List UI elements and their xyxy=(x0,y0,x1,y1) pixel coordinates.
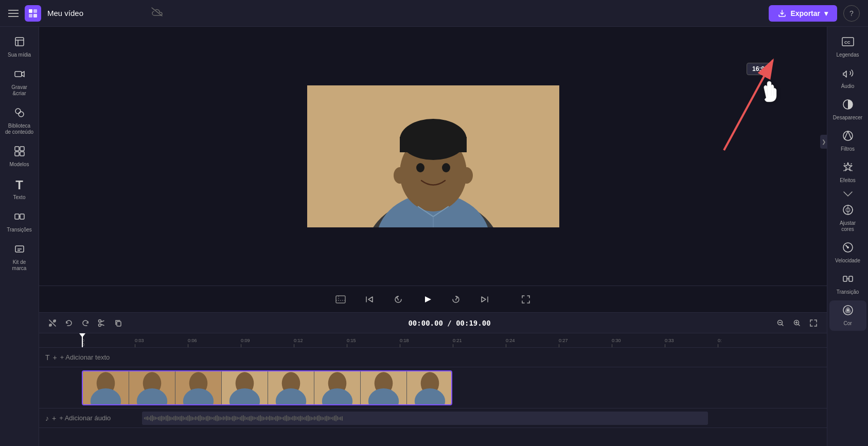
ruler-mark: 0:06 xyxy=(188,338,197,347)
waveform-bar xyxy=(314,416,315,420)
right-sidebar-item-speed[interactable]: Velocidade xyxy=(829,238,866,268)
video-clip[interactable] xyxy=(82,370,452,405)
rewind-button[interactable]: 5 xyxy=(390,291,406,308)
expand-toggle[interactable] xyxy=(827,189,868,199)
add-text-label: + Adicionar texto xyxy=(60,353,110,361)
left-sidebar: Sua mídia Gravar&criar Bibliotecade cont… xyxy=(0,27,39,446)
help-button[interactable]: ? xyxy=(843,5,860,22)
waveform-bar xyxy=(252,416,253,420)
waveform-bar xyxy=(184,417,185,420)
add-text-button[interactable]: T + + Adicionar texto xyxy=(39,353,116,362)
right-sidebar-item-filters[interactable]: Filtros xyxy=(829,126,866,156)
timeline-area: 00:00.00 / 00:19.00 xyxy=(39,312,827,446)
sidebar-item-record[interactable]: Gravar&criar xyxy=(2,64,37,101)
cut-button[interactable] xyxy=(95,316,109,330)
waveform-bar xyxy=(291,417,292,420)
sidebar-item-brand[interactable]: Kit de marca xyxy=(2,239,37,276)
waveform-bar xyxy=(227,416,228,420)
waveform-bar xyxy=(283,417,284,420)
color-label: Cor xyxy=(843,320,852,327)
right-sidebar-item-captions[interactable]: CC Legendas xyxy=(829,33,866,62)
right-sidebar-item-audio[interactable]: Áudio xyxy=(829,63,866,94)
transition-label: Transição xyxy=(837,289,859,295)
waveform-bar xyxy=(156,417,157,419)
waveform-bar xyxy=(235,416,236,420)
skip-forward-button[interactable] xyxy=(476,291,493,308)
right-sidebar-item-transition[interactable]: Transição xyxy=(829,269,866,299)
smart-cut-button[interactable] xyxy=(45,316,60,330)
media-icon xyxy=(14,36,25,50)
waveform-bar xyxy=(302,416,303,420)
ruler-mark: 0:33 xyxy=(665,338,674,347)
copy-button[interactable] xyxy=(111,316,126,330)
playback-controls: 5 5 xyxy=(39,286,827,312)
waveform-bar xyxy=(155,417,156,420)
clip-thumbnail-7 xyxy=(361,371,407,404)
waveform-bar xyxy=(237,417,238,420)
right-sidebar-item-effects[interactable]: Efeitos xyxy=(829,157,866,188)
hamburger-menu-button[interactable] xyxy=(8,10,19,17)
waveform-bar xyxy=(258,416,259,421)
waveform-bar xyxy=(342,416,343,421)
undo-button[interactable] xyxy=(62,316,76,330)
text-label: Texto xyxy=(13,194,26,201)
playhead[interactable] xyxy=(82,333,83,347)
waveform-bar xyxy=(286,415,287,421)
waveform-bar xyxy=(243,415,244,421)
right-sidebar-item-adjust[interactable]: Ajustarcores xyxy=(829,200,866,237)
fullscreen-button[interactable] xyxy=(518,291,534,308)
waveform-bar xyxy=(297,417,298,420)
content-area: 16:9 xyxy=(39,27,827,446)
aspect-ratio-badge[interactable]: 16:9 xyxy=(747,63,770,75)
captions-label: Legendas xyxy=(837,52,859,58)
waveform-bar xyxy=(224,417,225,420)
waveform-bar xyxy=(144,417,145,419)
waveform-bar xyxy=(160,416,161,421)
waveform-bar xyxy=(312,417,313,420)
svg-rect-13 xyxy=(15,214,19,219)
zoom-out-button[interactable] xyxy=(773,316,788,330)
skip-back-button[interactable] xyxy=(361,291,378,308)
ruler-mark: 0:24 xyxy=(506,338,515,347)
right-sidebar-collapse[interactable]: ❯ xyxy=(820,135,827,149)
sidebar-item-media[interactable]: Sua mídia xyxy=(2,32,37,62)
sidebar-item-library[interactable]: Bibliotecade conteúdo xyxy=(2,103,37,139)
right-sidebar-item-color[interactable]: Cor xyxy=(829,300,866,331)
waveform-bar xyxy=(332,417,333,420)
audio-track-icon: ♪ xyxy=(45,414,49,422)
text-track-row: T + + Adicionar texto xyxy=(39,348,827,367)
waveform-bar xyxy=(152,415,153,421)
sidebar-item-transitions[interactable]: Transições xyxy=(2,207,37,237)
video-canvas[interactable] xyxy=(307,85,559,227)
fast-forward-button[interactable]: 5 xyxy=(448,291,464,308)
waveform-bar xyxy=(193,417,194,420)
waveform-bar xyxy=(215,416,216,421)
waveform-bar xyxy=(234,416,235,421)
svg-rect-27 xyxy=(400,137,467,152)
add-audio-button[interactable]: ♪ + + Adicionar áudio xyxy=(39,414,117,422)
right-sidebar-item-fade[interactable]: Desaparecer xyxy=(829,95,866,125)
fit-to-screen-button[interactable] xyxy=(806,316,821,330)
waveform-bar xyxy=(337,416,338,420)
waveform-bar xyxy=(289,417,290,420)
waveform-bar xyxy=(268,417,269,420)
clip-thumbnail-1 xyxy=(83,371,129,404)
brand-icon xyxy=(14,243,25,257)
export-button[interactable]: Exportar ▾ xyxy=(769,5,837,22)
sidebar-item-text[interactable]: T Texto xyxy=(2,174,37,205)
project-name-input[interactable]: Meu vídeo xyxy=(47,9,145,17)
play-button[interactable] xyxy=(419,291,435,308)
svg-rect-14 xyxy=(20,214,24,219)
waveform-bar xyxy=(317,416,318,421)
closed-caption-button[interactable] xyxy=(332,291,349,308)
waveform-bar xyxy=(295,416,296,420)
waveform-bar xyxy=(192,417,193,420)
sidebar-item-models[interactable]: Modelos xyxy=(2,141,37,172)
waveform-bar xyxy=(238,417,239,419)
redo-button[interactable] xyxy=(78,316,93,330)
waveform-bar xyxy=(322,417,323,420)
waveform-bar xyxy=(176,416,178,420)
waveform-bar xyxy=(163,416,164,420)
zoom-in-button[interactable] xyxy=(790,316,804,330)
waveform-bar xyxy=(189,415,190,421)
